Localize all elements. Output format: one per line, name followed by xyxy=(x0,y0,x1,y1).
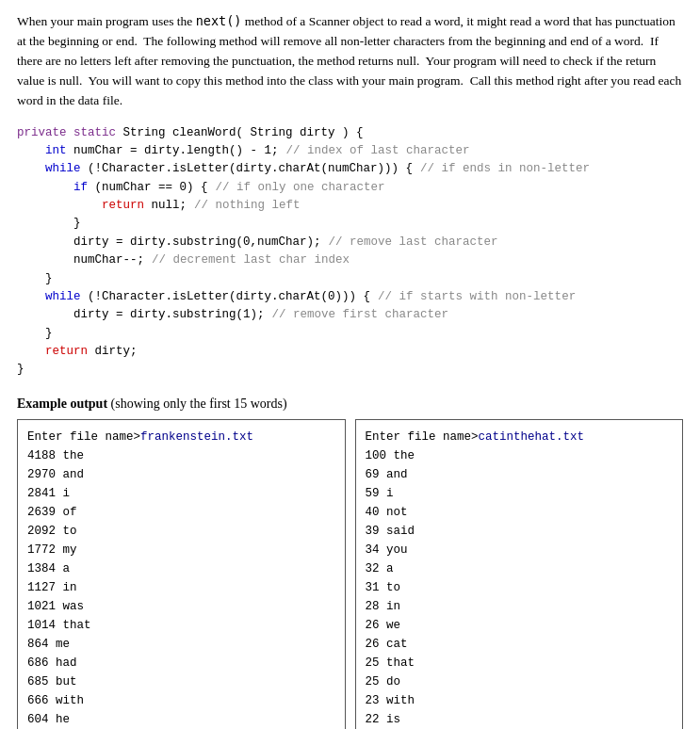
box1-row-7: 1384 a xyxy=(27,562,70,575)
box1-row-8: 1127 in xyxy=(27,581,77,594)
box2-row-9: 28 in xyxy=(366,600,401,613)
box1-row-10: 1014 that xyxy=(27,619,91,632)
box1-row-3: 2841 i xyxy=(27,487,70,500)
code-line-3: while (!Character.isLetter(dirty.charAt(… xyxy=(17,160,683,178)
box1-prompt: Enter file name> xyxy=(27,430,140,444)
code-line-12: } xyxy=(17,325,683,343)
box2-row-5: 39 said xyxy=(366,525,415,538)
box1-row-11: 864 me xyxy=(27,638,70,651)
code-line-8: numChar--; // decrement last char index xyxy=(17,251,683,269)
output-boxes: Enter file name>frankenstein.txt 4188 th… xyxy=(17,419,683,729)
code-line-2: int numChar = dirty.length() - 1; // ind… xyxy=(17,142,683,160)
box2-row-11: 26 cat xyxy=(366,638,408,651)
code-line-10: while (!Character.isLetter(dirty.charAt(… xyxy=(17,288,683,306)
box1-row-13: 685 but xyxy=(27,675,77,688)
code-line-9: } xyxy=(17,270,683,288)
code-line-14: } xyxy=(17,361,683,379)
box2-row-7: 32 a xyxy=(366,562,394,575)
box2-row-4: 40 not xyxy=(366,506,408,519)
box2-filename: catinthehat.txt xyxy=(479,430,585,444)
example-label: Example output (showing only the first 1… xyxy=(17,397,683,412)
code-line-1: private static String cleanWord( String … xyxy=(17,124,683,142)
box1-row-6: 1772 my xyxy=(27,543,77,557)
box2-row-14: 23 with xyxy=(366,694,415,707)
box2-row-6: 34 you xyxy=(366,543,408,557)
code-line-11: dirty = dirty.substring(1); // remove fi… xyxy=(17,306,683,324)
code-line-6: } xyxy=(17,215,683,233)
box1-row-12: 686 had xyxy=(27,656,77,670)
box1-row-5: 2092 to xyxy=(27,525,77,538)
box1-row-1: 4188 the xyxy=(27,449,84,462)
box2-row-13: 25 do xyxy=(366,675,401,688)
box1-row-9: 1021 was xyxy=(27,600,84,613)
code-line-13: return dirty; xyxy=(17,343,683,361)
box2-row-3: 59 i xyxy=(366,487,394,500)
box1-row-2: 2970 and xyxy=(27,468,84,481)
box2-row-1: 100 the xyxy=(366,449,415,462)
code-line-7: dirty = dirty.substring(0,numChar); // r… xyxy=(17,234,683,251)
box1-row-15: 604 he xyxy=(27,713,70,726)
box1-row-14: 666 with xyxy=(27,694,84,707)
description-text: When your main program uses the next() m… xyxy=(17,11,683,111)
box2-row-10: 26 we xyxy=(366,619,401,632)
box2-row-8: 31 to xyxy=(366,581,401,594)
code-block: private static String cleanWord( String … xyxy=(17,124,683,380)
output-box-frankenstein: Enter file name>frankenstein.txt 4188 th… xyxy=(17,419,346,729)
code-line-4: if (numChar == 0) { // if only one chara… xyxy=(17,179,683,197)
box1-filename: frankenstein.txt xyxy=(140,430,253,444)
box2-row-15: 22 is xyxy=(366,713,401,726)
output-box-catinthehat: Enter file name>catinthehat.txt 100 the … xyxy=(355,419,684,729)
box2-row-2: 69 and xyxy=(366,468,408,481)
code-line-5: return null; // nothing left xyxy=(17,197,683,215)
box1-row-4: 2639 of xyxy=(27,506,77,519)
box2-prompt: Enter file name> xyxy=(366,430,479,444)
box2-row-12: 25 that xyxy=(366,656,415,670)
